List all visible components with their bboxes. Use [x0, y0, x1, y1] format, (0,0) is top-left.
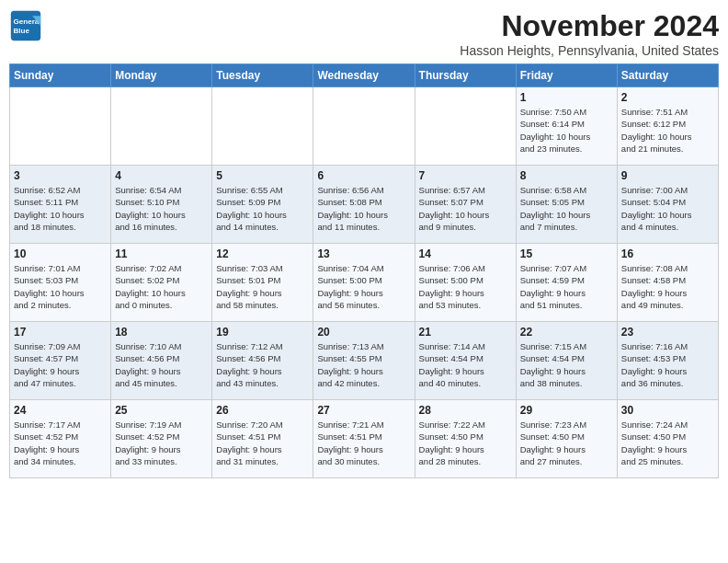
- day-info: Sunrise: 6:54 AM Sunset: 5:10 PM Dayligh…: [115, 184, 208, 233]
- day-number: 13: [317, 247, 410, 260]
- day-info: Sunrise: 6:56 AM Sunset: 5:08 PM Dayligh…: [317, 184, 410, 233]
- day-header-thursday: Thursday: [415, 64, 516, 87]
- calendar-cell: 2Sunrise: 7:51 AM Sunset: 6:12 PM Daylig…: [617, 87, 718, 166]
- day-number: 24: [14, 404, 107, 417]
- day-number: 16: [621, 247, 714, 260]
- day-number: 3: [14, 169, 107, 182]
- calendar-cell: 16Sunrise: 7:08 AM Sunset: 4:58 PM Dayli…: [617, 244, 718, 322]
- calendar-cell: [10, 87, 111, 166]
- calendar-week-2: 3Sunrise: 6:52 AM Sunset: 5:11 PM Daylig…: [10, 166, 719, 244]
- location: Hasson Heights, Pennsylvania, United Sta…: [460, 43, 719, 58]
- day-number: 26: [216, 404, 309, 417]
- calendar-cell: 8Sunrise: 6:58 AM Sunset: 5:05 PM Daylig…: [516, 166, 617, 244]
- calendar-cell: 20Sunrise: 7:13 AM Sunset: 4:55 PM Dayli…: [313, 322, 415, 400]
- day-info: Sunrise: 7:13 AM Sunset: 4:55 PM Dayligh…: [317, 340, 410, 389]
- calendar-cell: 9Sunrise: 7:00 AM Sunset: 5:04 PM Daylig…: [617, 166, 718, 244]
- day-info: Sunrise: 7:06 AM Sunset: 5:00 PM Dayligh…: [419, 262, 512, 311]
- day-info: Sunrise: 7:24 AM Sunset: 4:50 PM Dayligh…: [621, 419, 714, 467]
- calendar-cell: 26Sunrise: 7:20 AM Sunset: 4:51 PM Dayli…: [212, 400, 313, 478]
- calendar-cell: 10Sunrise: 7:01 AM Sunset: 5:03 PM Dayli…: [10, 244, 111, 322]
- day-number: 14: [419, 247, 512, 260]
- calendar-cell: 24Sunrise: 7:17 AM Sunset: 4:52 PM Dayli…: [10, 400, 111, 478]
- day-header-saturday: Saturday: [617, 64, 718, 87]
- logo-icon: General Blue: [9, 9, 42, 42]
- day-number: 8: [520, 169, 613, 182]
- calendar-cell: 25Sunrise: 7:19 AM Sunset: 4:52 PM Dayli…: [111, 400, 212, 478]
- day-header-tuesday: Tuesday: [212, 64, 313, 87]
- calendar-cell: 27Sunrise: 7:21 AM Sunset: 4:51 PM Dayli…: [313, 400, 415, 478]
- calendar-cell: 5Sunrise: 6:55 AM Sunset: 5:09 PM Daylig…: [212, 166, 313, 244]
- day-info: Sunrise: 7:17 AM Sunset: 4:52 PM Dayligh…: [14, 419, 107, 467]
- calendar-cell: 21Sunrise: 7:14 AM Sunset: 4:54 PM Dayli…: [415, 322, 516, 400]
- day-number: 27: [317, 404, 410, 417]
- day-info: Sunrise: 7:10 AM Sunset: 4:56 PM Dayligh…: [115, 340, 208, 389]
- calendar-cell: 14Sunrise: 7:06 AM Sunset: 5:00 PM Dayli…: [415, 244, 516, 322]
- calendar-cell: 28Sunrise: 7:22 AM Sunset: 4:50 PM Dayli…: [415, 400, 516, 478]
- calendar-week-4: 17Sunrise: 7:09 AM Sunset: 4:57 PM Dayli…: [10, 322, 719, 400]
- day-number: 11: [115, 247, 208, 260]
- day-info: Sunrise: 7:07 AM Sunset: 4:59 PM Dayligh…: [520, 262, 613, 311]
- day-info: Sunrise: 7:51 AM Sunset: 6:12 PM Dayligh…: [621, 106, 714, 155]
- calendar-cell: 7Sunrise: 6:57 AM Sunset: 5:07 PM Daylig…: [415, 166, 516, 244]
- calendar-cell: 3Sunrise: 6:52 AM Sunset: 5:11 PM Daylig…: [10, 166, 111, 244]
- day-info: Sunrise: 7:03 AM Sunset: 5:01 PM Dayligh…: [216, 262, 309, 311]
- day-number: 22: [520, 326, 613, 339]
- calendar-week-3: 10Sunrise: 7:01 AM Sunset: 5:03 PM Dayli…: [10, 244, 719, 322]
- day-number: 10: [14, 247, 107, 260]
- day-header-monday: Monday: [111, 64, 212, 87]
- day-number: 5: [216, 169, 309, 182]
- calendar-cell: 13Sunrise: 7:04 AM Sunset: 5:00 PM Dayli…: [313, 244, 415, 322]
- day-info: Sunrise: 7:22 AM Sunset: 4:50 PM Dayligh…: [419, 419, 512, 467]
- day-number: 30: [621, 404, 714, 417]
- page-header: General Blue November 2024 Hasson Height…: [9, 9, 719, 58]
- calendar-cell: 4Sunrise: 6:54 AM Sunset: 5:10 PM Daylig…: [111, 166, 212, 244]
- day-info: Sunrise: 6:58 AM Sunset: 5:05 PM Dayligh…: [520, 184, 613, 233]
- day-info: Sunrise: 7:09 AM Sunset: 4:57 PM Dayligh…: [14, 340, 107, 389]
- calendar-cell: 12Sunrise: 7:03 AM Sunset: 5:01 PM Dayli…: [212, 244, 313, 322]
- calendar-cell: 30Sunrise: 7:24 AM Sunset: 4:50 PM Dayli…: [617, 400, 718, 478]
- calendar-week-5: 24Sunrise: 7:17 AM Sunset: 4:52 PM Dayli…: [10, 400, 719, 478]
- calendar-cell: 23Sunrise: 7:16 AM Sunset: 4:53 PM Dayli…: [617, 322, 718, 400]
- day-number: 4: [115, 169, 208, 182]
- day-info: Sunrise: 7:21 AM Sunset: 4:51 PM Dayligh…: [317, 419, 410, 467]
- calendar-cell: 11Sunrise: 7:02 AM Sunset: 5:02 PM Dayli…: [111, 244, 212, 322]
- day-number: 19: [216, 326, 309, 339]
- calendar-cell: [313, 87, 415, 166]
- day-number: 20: [317, 326, 410, 339]
- day-header-wednesday: Wednesday: [313, 64, 415, 87]
- day-info: Sunrise: 6:52 AM Sunset: 5:11 PM Dayligh…: [14, 184, 107, 233]
- title-block: November 2024 Hasson Heights, Pennsylvan…: [460, 9, 719, 58]
- calendar-cell: 29Sunrise: 7:23 AM Sunset: 4:50 PM Dayli…: [516, 400, 617, 478]
- day-info: Sunrise: 7:23 AM Sunset: 4:50 PM Dayligh…: [520, 419, 613, 467]
- day-info: Sunrise: 7:02 AM Sunset: 5:02 PM Dayligh…: [115, 262, 208, 311]
- calendar-cell: 17Sunrise: 7:09 AM Sunset: 4:57 PM Dayli…: [10, 322, 111, 400]
- calendar-table: SundayMondayTuesdayWednesdayThursdayFrid…: [9, 63, 719, 478]
- day-number: 12: [216, 247, 309, 260]
- day-number: 23: [621, 326, 714, 339]
- day-info: Sunrise: 7:16 AM Sunset: 4:53 PM Dayligh…: [621, 340, 714, 389]
- day-number: 15: [520, 247, 613, 260]
- day-number: 28: [419, 404, 512, 417]
- month-title: November 2024: [460, 9, 719, 43]
- day-info: Sunrise: 6:55 AM Sunset: 5:09 PM Dayligh…: [216, 184, 309, 233]
- day-info: Sunrise: 7:19 AM Sunset: 4:52 PM Dayligh…: [115, 419, 208, 467]
- day-number: 25: [115, 404, 208, 417]
- day-info: Sunrise: 7:00 AM Sunset: 5:04 PM Dayligh…: [621, 184, 714, 233]
- day-info: Sunrise: 7:12 AM Sunset: 4:56 PM Dayligh…: [216, 340, 309, 389]
- calendar-cell: [212, 87, 313, 166]
- day-info: Sunrise: 7:08 AM Sunset: 4:58 PM Dayligh…: [621, 262, 714, 311]
- day-info: Sunrise: 7:14 AM Sunset: 4:54 PM Dayligh…: [419, 340, 512, 389]
- calendar-week-1: 1Sunrise: 7:50 AM Sunset: 6:14 PM Daylig…: [10, 87, 719, 166]
- day-info: Sunrise: 7:15 AM Sunset: 4:54 PM Dayligh…: [520, 340, 613, 389]
- day-number: 18: [115, 326, 208, 339]
- day-number: 7: [419, 169, 512, 182]
- day-info: Sunrise: 6:57 AM Sunset: 5:07 PM Dayligh…: [419, 184, 512, 233]
- day-number: 17: [14, 326, 107, 339]
- day-number: 9: [621, 169, 714, 182]
- day-header-friday: Friday: [516, 64, 617, 87]
- day-number: 6: [317, 169, 410, 182]
- calendar-cell: 6Sunrise: 6:56 AM Sunset: 5:08 PM Daylig…: [313, 166, 415, 244]
- day-number: 1: [520, 91, 613, 104]
- calendar-body: 1Sunrise: 7:50 AM Sunset: 6:14 PM Daylig…: [10, 87, 719, 478]
- calendar-header-row: SundayMondayTuesdayWednesdayThursdayFrid…: [10, 64, 719, 87]
